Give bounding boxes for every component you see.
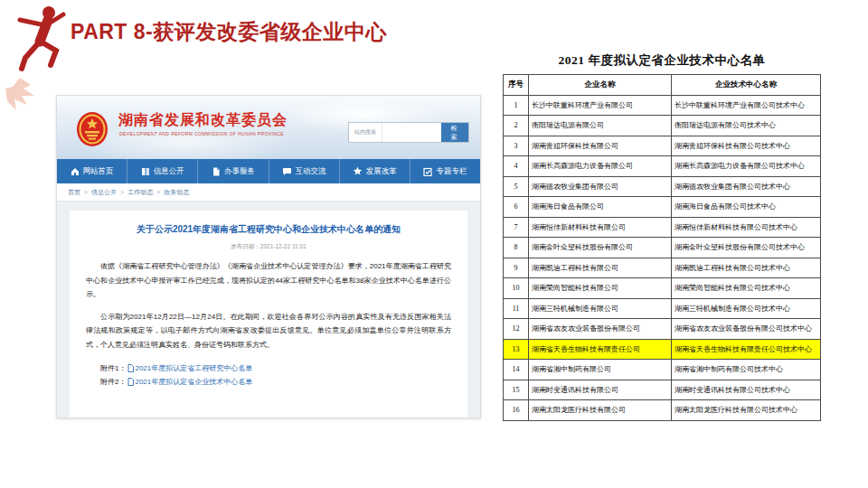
attachment-row: 附件2： 2021年度拟认定省企业技术中心名单 xyxy=(86,375,451,389)
cell-company: 湖南长高森源电力设备有限公司 xyxy=(529,156,672,177)
nav-item-info-disclosure[interactable]: 信息公开 xyxy=(127,159,198,183)
attachment-label: 附件2： xyxy=(100,375,126,389)
table-row: 12湖南省农友农业装备股份有限公司湖南省农友农业装备股份有限公司技术中心 xyxy=(504,319,821,340)
article-title: 关于公示2021年度湖南省工程研究中心和企业技术中心名单的通知 xyxy=(86,223,451,236)
article-paragraph: 公示期为2021年12月22日—12月24日。在此期间，欢迎社会各界对公示内容的… xyxy=(86,310,451,352)
cell-center: 湖南金叶众望科技股份有限公司技术中心 xyxy=(672,238,821,258)
cell-seq: 4 xyxy=(504,156,529,177)
table-row: 9湖南凯迪工程科技有限公司湖南凯迪工程科技有限公司技术中心 xyxy=(504,258,821,278)
table-row: 3湖南贵姮环保科技有限公司湖南贵姮环保科技有限公司技术中心 xyxy=(504,136,821,156)
table-row: 15湖南时变通讯科技有限公司湖南时变通讯科技有限公司技术中心 xyxy=(504,380,821,400)
cell-seq: 1 xyxy=(504,95,529,116)
cell-company: 湖南省农友农业装备股份有限公司 xyxy=(529,319,672,340)
cell-company: 湖南省天香生物科技有限责任公司 xyxy=(529,339,672,360)
cell-seq: 5 xyxy=(504,176,529,197)
cell-company: 湖南荣尚智能科技有限公司 xyxy=(529,278,672,299)
breadcrumb-info-disclosure[interactable]: 信息公开 xyxy=(91,188,117,197)
site-name: 湖南省发展和改革委员会 xyxy=(118,111,288,130)
nav-item-reform[interactable]: 发展改革 xyxy=(340,159,410,183)
cell-center: 湖南德农牧业集团有限公司技术中心 xyxy=(672,176,821,197)
cell-center: 湖南太阳龙医疗科技有限公司技术中心 xyxy=(672,400,821,421)
table-row: 10湖南荣尚智能科技有限公司湖南荣尚智能科技有限公司技术中心 xyxy=(504,278,821,299)
cell-seq: 9 xyxy=(504,258,529,278)
table-row: 5湖南德农牧业集团有限公司湖南德农牧业集团有限公司技术中心 xyxy=(504,176,821,197)
table-row: 7湖南恒佳新材料科技有限公司湖南恒佳新材料科技有限公司技术中心 xyxy=(504,217,821,238)
table-row: 4湖南长高森源电力设备有限公司湖南长高森源电力设备有限公司技术中心 xyxy=(504,156,821,177)
breadcrumb-separator: > xyxy=(156,189,160,195)
slide-title: PART 8-获评发改委省级企业中心 xyxy=(71,18,387,46)
cell-company: 湖南恒佳新材料科技有限公司 xyxy=(529,217,672,238)
cell-seq: 3 xyxy=(504,136,529,156)
webpage-top-strip xyxy=(57,96,480,102)
nav-item-interaction[interactable]: 互动交流 xyxy=(269,159,340,183)
table-row: 6湖南海日食品有限公司湖南海日食品有限公司技术中心 xyxy=(504,197,821,218)
cell-company: 长沙中联重科环境产业有限公司 xyxy=(529,95,672,116)
table-title: 2021 年度拟认定省企业技术中心名单 xyxy=(503,52,821,69)
site-search-box: 站内搜索 检 索 xyxy=(348,122,469,143)
attachment-file-icon xyxy=(127,378,134,386)
nav-item-services[interactable]: 办事服务 xyxy=(198,159,269,183)
table-header-row: 序号 企业名称 企业技术中心名称 xyxy=(504,75,821,96)
cell-company: 湖南贵姮环保科技有限公司 xyxy=(529,136,672,156)
site-search-input[interactable] xyxy=(382,123,441,142)
breadcrumb: 首页 > 信息公开 > 工作动态 > 政务动态 xyxy=(57,183,480,202)
table-row: 2衡阳瑞达电源有限公司衡阳瑞达电源有限公司技术中心 xyxy=(504,116,821,136)
presentation-slide: PART 8-获评发改委省级企业中心 湖南省发展和改革委员会 DEVELOPME… xyxy=(0,0,868,488)
cell-seq: 10 xyxy=(504,278,529,299)
special-column-icon xyxy=(423,167,432,176)
article-publish-date: 发布日期：2021-12-22 11:01 xyxy=(86,243,451,251)
cell-center: 湖南时变通讯科技有限公司技术中心 xyxy=(672,380,821,400)
cell-seq: 7 xyxy=(504,217,529,238)
nav-item-special-column[interactable]: 专题专栏 xyxy=(410,159,480,183)
cell-center: 湖南凯迪工程科技有限公司技术中心 xyxy=(672,258,821,278)
tech-center-table: 序号 企业名称 企业技术中心名称 1长沙中联重科环境产业有限公司长沙中联重科环境… xyxy=(503,74,821,421)
cell-seq: 2 xyxy=(504,116,529,136)
cell-center: 湖南贵姮环保科技有限公司技术中心 xyxy=(672,136,821,156)
breadcrumb-separator: > xyxy=(84,189,88,195)
interaction-icon xyxy=(282,167,292,176)
home-icon xyxy=(71,167,80,176)
cell-company: 衡阳瑞达电源有限公司 xyxy=(529,116,672,136)
tech-center-list-panel: 2021 年度拟认定省企业技术中心名单 序号 企业名称 企业技术中心名称 1长沙… xyxy=(503,52,821,421)
webpage-body: 关于公示2021年度湖南省工程研究中心和企业技术中心名单的通知 发布日期：202… xyxy=(57,202,480,418)
breadcrumb-gov-news[interactable]: 政务动态 xyxy=(164,188,189,197)
search-label: 站内搜索 xyxy=(349,123,382,142)
cell-company: 湖南海日食品有限公司 xyxy=(529,197,672,218)
hunan-drc-webpage: 湖南省发展和改革委员会 DEVELOPMENT AND REFORM COMMI… xyxy=(56,95,481,418)
header-company: 企业名称 xyxy=(529,75,672,96)
header-center: 企业技术中心名称 xyxy=(672,75,821,96)
article-card: 关于公示2021年度湖南省工程研究中心和企业技术中心名单的通知 发布日期：202… xyxy=(69,210,468,418)
site-name-english: DEVELOPMENT AND REFORM COMMISSION OF HUN… xyxy=(119,131,284,136)
attachment-link-engineering-centers[interactable]: 2021年度拟认定省工程研究中心名单 xyxy=(127,361,252,375)
cell-seq: 15 xyxy=(504,380,529,400)
cell-seq: 14 xyxy=(504,360,529,380)
table-row: 14湖南省湘中制药有限公司湖南省湘中制药有限公司技术中心 xyxy=(504,360,821,380)
cell-seq: 6 xyxy=(504,197,529,218)
cell-center: 衡阳瑞达电源有限公司技术中心 xyxy=(672,116,821,136)
attachment-file-icon xyxy=(127,364,134,372)
article-paragraph: 依据《湖南省工程研究中心管理办法》《湖南省企业技术中心认定管理办法》要求，202… xyxy=(86,259,451,302)
cell-company: 湖南德农牧业集团有限公司 xyxy=(529,176,672,197)
cell-seq: 11 xyxy=(504,298,529,319)
cell-company: 湖南时变通讯科技有限公司 xyxy=(529,380,672,400)
main-navbar: 网站首页 信息公开 办事服务 互动交流 发展改革 专题专栏 xyxy=(57,159,480,183)
cell-company: 湖南三特机械制造有限公司 xyxy=(529,298,672,319)
cell-seq: 8 xyxy=(504,238,529,258)
cell-center: 湖南省湘中制药有限公司技术中心 xyxy=(672,360,821,380)
cell-center: 湖南省天香生物科技有限责任公司技术中心 xyxy=(672,339,821,360)
attachment-link-enterprise-centers[interactable]: 2021年度拟认定省企业技术中心名单 xyxy=(127,375,252,389)
cell-seq: 16 xyxy=(504,400,529,421)
center-table-body: 1长沙中联重科环境产业有限公司长沙中联重科环境产业有限公司技术中心2衡阳瑞达电源… xyxy=(504,95,821,420)
header-seq: 序号 xyxy=(504,75,529,96)
breadcrumb-work-news[interactable]: 工作动态 xyxy=(127,188,153,197)
search-button[interactable]: 检 索 xyxy=(441,123,468,142)
table-row: 11湖南三特机械制造有限公司湖南三特机械制造有限公司技术中心 xyxy=(504,298,821,319)
cell-company: 湖南金叶众望科技股份有限公司 xyxy=(529,238,672,258)
cell-center: 湖南荣尚智能科技有限公司技术中心 xyxy=(672,278,821,299)
cell-center: 湖南省农友农业装备股份有限公司技术中心 xyxy=(672,319,821,340)
cell-seq: 12 xyxy=(504,319,529,340)
table-row: 1长沙中联重科环境产业有限公司长沙中联重科环境产业有限公司技术中心 xyxy=(504,95,821,116)
cell-center: 长沙中联重科环境产业有限公司技术中心 xyxy=(672,95,821,116)
breadcrumb-home[interactable]: 首页 xyxy=(68,188,80,197)
nav-item-home[interactable]: 网站首页 xyxy=(57,159,127,183)
